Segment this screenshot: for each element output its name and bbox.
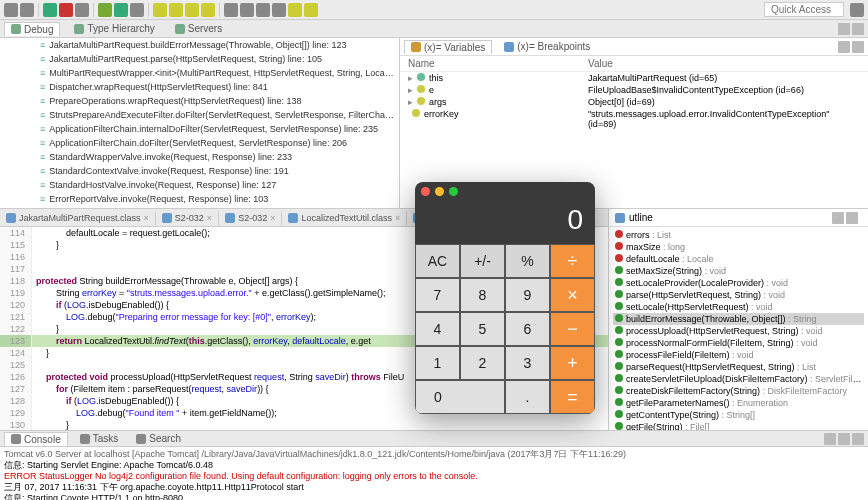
toolbar-icon[interactable] (272, 3, 286, 17)
lock-icon[interactable] (852, 433, 864, 445)
step-icon[interactable] (153, 3, 167, 17)
close-tab-icon[interactable]: × (144, 213, 149, 223)
calc-button-=[interactable]: = (550, 380, 595, 414)
zoom-icon[interactable] (449, 187, 458, 196)
quick-access-input[interactable] (764, 2, 844, 17)
run-icon[interactable] (114, 3, 128, 17)
editor-tab[interactable]: S2-032 × (156, 211, 219, 225)
stack-frame[interactable]: StandardContextValve.invoke(Request, Res… (0, 164, 399, 178)
calc-button-3[interactable]: 3 (505, 346, 550, 380)
outline-item[interactable]: processNormalFormField(FileItem, String)… (613, 337, 864, 349)
editor-tab[interactable]: LocalizedTextUtil.class × (282, 211, 407, 225)
calc-button-÷[interactable]: ÷ (550, 244, 595, 278)
calc-button-1[interactable]: 1 (415, 346, 460, 380)
calculator-window[interactable]: 0 AC+/-%÷789×456−123+0.= (415, 182, 595, 414)
calc-button-−[interactable]: − (550, 312, 595, 346)
variable-row[interactable]: ▸eFileUploadBase$InvalidContentTypeExcep… (400, 84, 868, 96)
close-tab-icon[interactable]: × (395, 213, 400, 223)
calc-button-8[interactable]: 8 (460, 278, 505, 312)
close-tab-icon[interactable]: × (270, 213, 275, 223)
outline-item[interactable]: processFileField(FileItem) : void (613, 349, 864, 361)
toolbar-icon[interactable] (256, 3, 270, 17)
console-tab-tasks[interactable]: Tasks (74, 432, 125, 445)
calc-button-2[interactable]: 2 (460, 346, 505, 380)
stack-frame[interactable]: ApplicationFilterChain.doFilter(ServletR… (0, 136, 399, 150)
code-line[interactable]: 130 } (0, 419, 608, 430)
stack-frame[interactable]: MultiPartRequestWrapper.<init>(MultiPart… (0, 66, 399, 80)
toolbar-icon[interactable] (224, 3, 238, 17)
debug-icon[interactable] (98, 3, 112, 17)
sort-icon[interactable] (832, 212, 844, 224)
outline-item[interactable]: errors : List (613, 229, 864, 241)
debug-tab-debug[interactable]: Debug (4, 22, 60, 36)
menu-icon[interactable] (852, 41, 864, 53)
editor-tab[interactable]: S2-032 × (219, 211, 282, 225)
variable-row[interactable]: ▸thisJakartaMultiPartRequest (id=65) (400, 72, 868, 84)
calc-button-5[interactable]: 5 (460, 312, 505, 346)
filter-icon[interactable] (846, 212, 858, 224)
minimize-icon[interactable] (838, 23, 850, 35)
toolbar-icon[interactable] (75, 3, 89, 17)
toolbar-icon[interactable] (4, 3, 18, 17)
outline-item[interactable]: setLocale(HttpServletRequest) : void (613, 301, 864, 313)
minimize-icon[interactable] (435, 187, 444, 196)
outline-item[interactable]: defaultLocale : Locale (613, 253, 864, 265)
stack-frame[interactable]: Dispatcher.wrapRequest(HttpServletReques… (0, 80, 399, 94)
outline-item[interactable]: createServletFileUpload(DiskFileItemFact… (613, 373, 864, 385)
vars-tab-variables[interactable]: (x)= Variables (404, 40, 492, 54)
calculator-titlebar[interactable] (415, 182, 595, 200)
outline-item[interactable]: buildErrorMessage(Throwable, Object[]) :… (613, 313, 864, 325)
debug-tab-type-hierarchy[interactable]: Type Hierarchy (68, 22, 160, 35)
toolbar-icon[interactable] (130, 3, 144, 17)
close-icon[interactable] (421, 187, 430, 196)
vars-tab-breakpoints[interactable]: (x)= Breakpoints (498, 40, 596, 53)
calc-button-+/-[interactable]: +/- (460, 244, 505, 278)
clear-icon[interactable] (824, 433, 836, 445)
outline-item[interactable]: maxSize : long (613, 241, 864, 253)
calc-button-×[interactable]: × (550, 278, 595, 312)
maximize-icon[interactable] (852, 23, 864, 35)
calc-button-7[interactable]: 7 (415, 278, 460, 312)
variable-row[interactable]: errorKey"struts.messages.upload.error.In… (400, 108, 868, 130)
outline-item[interactable]: setMaxSize(String) : void (613, 265, 864, 277)
outline-item[interactable]: createDiskFileItemFactory(String) : Disk… (613, 385, 864, 397)
calc-button-+[interactable]: + (550, 346, 595, 380)
forward-icon[interactable] (304, 3, 318, 17)
toolbar-icon[interactable] (240, 3, 254, 17)
variable-row[interactable]: ▸argsObject[0] (id=69) (400, 96, 868, 108)
stack-frame[interactable]: JakartaMultiPartRequest.parse(HttpServle… (0, 52, 399, 66)
debug-tab-servers[interactable]: Servers (169, 22, 228, 35)
toolbar-icon[interactable] (20, 3, 34, 17)
perspective-icon[interactable] (850, 3, 864, 17)
back-icon[interactable] (288, 3, 302, 17)
outline-item[interactable]: getContentType(String) : String[] (613, 409, 864, 421)
editor-tab[interactable]: JakartaMultiPartRequest.class × (0, 211, 156, 225)
stack-frame[interactable]: StandardHostValve.invoke(Request, Respon… (0, 178, 399, 192)
console-tab-search[interactable]: Search (130, 432, 187, 445)
calc-button-4[interactable]: 4 (415, 312, 460, 346)
tree-icon[interactable] (838, 41, 850, 53)
stack-frame[interactable]: StandardWrapperValve.invoke(Request, Res… (0, 150, 399, 164)
outline-item[interactable]: getFileParameterNames() : Enumeration (613, 397, 864, 409)
calc-button-0[interactable]: 0 (415, 380, 505, 414)
calc-button-9[interactable]: 9 (505, 278, 550, 312)
close-tab-icon[interactable]: × (207, 213, 212, 223)
calc-button-6[interactable]: 6 (505, 312, 550, 346)
stack-frame[interactable]: PrepareOperations.wrapRequest(HttpServle… (0, 94, 399, 108)
step-icon[interactable] (185, 3, 199, 17)
outline-item[interactable]: parseRequest(HttpServletRequest, String)… (613, 361, 864, 373)
stack-frame[interactable]: ApplicationFilterChain.internalDoFilter(… (0, 122, 399, 136)
stack-frame[interactable]: ErrorReportValve.invoke(Request, Respons… (0, 192, 399, 206)
run-icon[interactable] (43, 3, 57, 17)
stack-frame[interactable]: StrutsPrepareAndExecuteFilter.doFilter(S… (0, 108, 399, 122)
outline-item[interactable]: getFile(String) : File[] (613, 421, 864, 430)
step-icon[interactable] (201, 3, 215, 17)
calc-button-%[interactable]: % (505, 244, 550, 278)
step-icon[interactable] (169, 3, 183, 17)
console-tab-console[interactable]: Console (4, 432, 68, 446)
outline-item[interactable]: parse(HttpServletRequest, String) : void (613, 289, 864, 301)
pin-icon[interactable] (838, 433, 850, 445)
stack-frame[interactable]: JakartaMultiPartRequest.buildErrorMessag… (0, 38, 399, 52)
outline-item[interactable]: setLocaleProvider(LocaleProvider) : void (613, 277, 864, 289)
stop-icon[interactable] (59, 3, 73, 17)
